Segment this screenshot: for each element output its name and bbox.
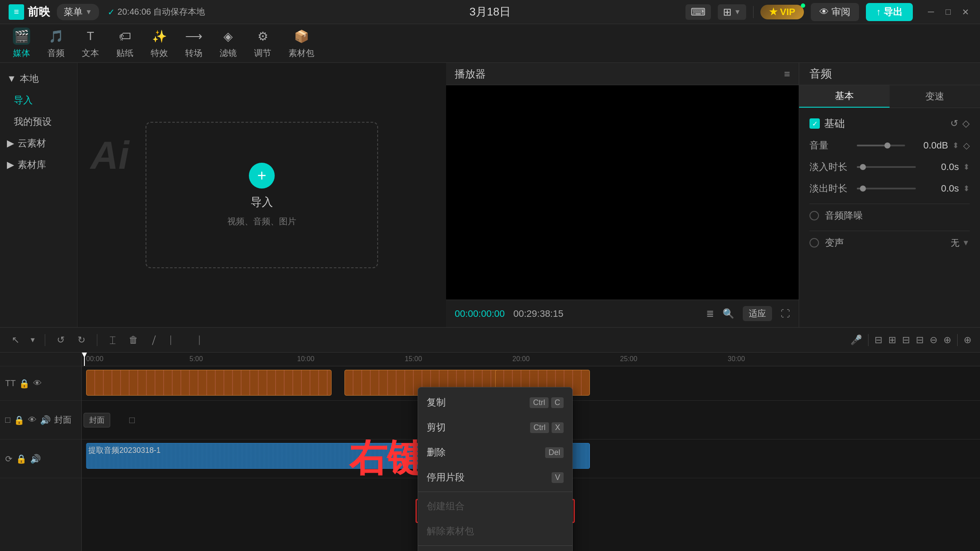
- ctx-disable[interactable]: 停用片段 V: [418, 465, 572, 490]
- mark-out-button[interactable]: ⎹: [189, 334, 202, 346]
- sidebar-cloud[interactable]: ▶ 云素材: [0, 133, 77, 154]
- eye-icon-cover[interactable]: 👁: [28, 415, 37, 425]
- import-label: 导入: [14, 94, 33, 107]
- import-dropzone[interactable]: + 导入 视频、音频、图片: [146, 122, 378, 268]
- track-area: TT 🔒 👁 □ 🔒 👁 🔊 封面 ⟳ 🔒 🔊: [0, 353, 980, 551]
- split2-button[interactable]: ⧸: [147, 334, 161, 346]
- select-caret-icon[interactable]: ▼: [29, 336, 36, 344]
- media-icon: 🎬: [13, 28, 30, 45]
- toolbar-package[interactable]: 📦 素材包: [288, 28, 314, 59]
- cover-clip-icon: □: [129, 415, 135, 426]
- ctx-copy[interactable]: 复制 Ctrl C: [418, 390, 572, 415]
- toolbar-media[interactable]: 🎬 媒体: [13, 28, 30, 59]
- toolbar-adjust[interactable]: ⚙ 调节: [254, 28, 271, 59]
- zoom-icon[interactable]: 🔍: [723, 308, 734, 319]
- denoise-toggle[interactable]: [809, 211, 819, 220]
- track-icon[interactable]: ⊞: [888, 334, 896, 346]
- audio-vol-icon[interactable]: 🔊: [30, 454, 41, 464]
- sidebar-import[interactable]: 导入: [0, 90, 77, 111]
- export-button[interactable]: ↑ 导出: [866, 3, 913, 21]
- layout-button[interactable]: ⌨: [685, 4, 711, 20]
- ctx-delete[interactable]: 删除 Del: [418, 440, 572, 465]
- lock-icon-audio[interactable]: 🔒: [16, 454, 27, 464]
- lock-icon-tt[interactable]: 🔒: [19, 378, 30, 389]
- add-track-icon[interactable]: ⊕: [964, 334, 971, 346]
- tab-basic[interactable]: 基本: [799, 85, 890, 108]
- maximize-button[interactable]: □: [942, 6, 954, 18]
- vip-badge[interactable]: ★ VIP: [760, 5, 804, 19]
- diamond-button[interactable]: ◇: [962, 118, 970, 129]
- volume-stepper[interactable]: ⬍: [952, 141, 959, 150]
- sync-icon[interactable]: ⟳: [5, 454, 12, 464]
- audio-icon-cover[interactable]: 🔊: [40, 415, 51, 425]
- fit-button[interactable]: 适应: [743, 306, 772, 321]
- app-container: ≡ 前映 菜单 ▼ ✓ 20:46:06 自动保存本地 3月18日 ⌨ ⊞ ▼ …: [0, 0, 980, 551]
- reset-button[interactable]: ↺: [950, 118, 958, 129]
- toolbar-transition[interactable]: ⟶ 转场: [185, 28, 202, 59]
- sidebar-presets[interactable]: 我的预设: [0, 111, 77, 133]
- denoise-row: 音频降噪: [809, 209, 970, 222]
- left-sidebar: ▼ 本地 导入 我的预设 ▶ 云素材 ▶ 素材库: [0, 63, 78, 327]
- fadeout-stepper[interactable]: ⬍: [963, 184, 970, 193]
- voicechange-label: 变声: [825, 236, 844, 249]
- zoom-in-icon[interactable]: ⊕: [943, 334, 951, 346]
- voicechange-selector[interactable]: 无 ▼: [951, 237, 970, 249]
- lock-icon-cover[interactable]: 🔒: [14, 415, 25, 425]
- volume-label: 音量: [809, 139, 853, 152]
- redo-button[interactable]: ↻: [74, 334, 88, 346]
- review-button[interactable]: 👁 审阅: [811, 3, 859, 21]
- video-clip-1[interactable]: [86, 370, 332, 396]
- voicechange-toggle[interactable]: [809, 238, 819, 248]
- player-screen[interactable]: [446, 85, 799, 300]
- volume-slider[interactable]: [857, 145, 905, 146]
- tab-speed[interactable]: 变速: [890, 85, 980, 108]
- sidebar-local-section[interactable]: ▼ 本地: [0, 68, 77, 90]
- fadein-slider[interactable]: [857, 166, 916, 168]
- time-current: 00:00:00:00: [455, 308, 505, 319]
- mic-icon[interactable]: 🎤: [850, 334, 862, 346]
- ruler-icon[interactable]: ≣: [706, 308, 714, 319]
- divider: [753, 6, 754, 18]
- right-panel: 音频 基本 变速 ✓ 基础 ↺ ◇ 音量: [799, 63, 980, 327]
- toolbar-effects[interactable]: ✨ 特效: [151, 28, 168, 59]
- select-tool[interactable]: ↖: [9, 334, 22, 346]
- toolbar-filter[interactable]: ◈ 滤镜: [220, 28, 237, 59]
- fadeout-slider[interactable]: [857, 188, 916, 189]
- undo-button[interactable]: ↺: [54, 334, 68, 346]
- playhead[interactable]: [84, 353, 85, 366]
- presets-label: 我的预设: [14, 115, 52, 128]
- link-icon[interactable]: ⊟: [902, 334, 910, 346]
- volume-diamond[interactable]: ◇: [963, 140, 970, 151]
- toolbar-sticker[interactable]: 🏷 贴纸: [116, 28, 133, 59]
- fadein-stepper[interactable]: ⬍: [963, 162, 970, 172]
- sidebar-library[interactable]: ▶ 素材库: [0, 154, 77, 176]
- eye-icon-tt[interactable]: 👁: [33, 378, 42, 388]
- zoom-out-icon[interactable]: ⊖: [930, 334, 937, 346]
- review-icon: 👁: [819, 6, 829, 18]
- ctx-cut[interactable]: 剪切 Ctrl X: [418, 415, 572, 440]
- menu-button[interactable]: 菜单 ▼: [57, 4, 99, 20]
- mark-in-button[interactable]: ⎸: [168, 334, 182, 346]
- minimize-button[interactable]: ─: [925, 6, 937, 18]
- fullscreen-icon[interactable]: ⛶: [781, 308, 790, 319]
- timeline-area: ↖ ▼ ↺ ↻ ⌶ 🗑 ⧸ ⎸ ⎹ 🎤 ⊟ ⊞ ⊟ ⊟ ⊖ ⊕ ⊕: [0, 327, 980, 551]
- ctx-time-range[interactable]: 时间区域 ▶: [418, 548, 572, 551]
- align-icon[interactable]: ⊟: [916, 334, 924, 346]
- vip-dot: [801, 3, 805, 8]
- delete-button[interactable]: 🗑: [127, 334, 140, 346]
- ctx-create-group: 创建组合: [418, 494, 572, 519]
- check-icon: ✓: [108, 7, 115, 17]
- basic-checkbox[interactable]: ✓: [809, 118, 820, 129]
- grid-button[interactable]: ⊞ ▼: [718, 4, 746, 20]
- fadeout-row: 淡出时长 0.0s ⬍: [809, 182, 970, 195]
- close-button[interactable]: ✕: [959, 6, 971, 18]
- copy-ctrl-key: Ctrl: [530, 397, 549, 408]
- toolbar-audio[interactable]: 🎵 音频: [47, 28, 65, 59]
- autosave-status: ✓ 20:46:06 自动保存本地: [108, 6, 205, 18]
- toolbar-text[interactable]: T 文本: [82, 28, 99, 59]
- split-button[interactable]: ⌶: [106, 334, 120, 346]
- player-menu-icon[interactable]: ≡: [784, 68, 790, 80]
- magnet-icon[interactable]: ⊟: [875, 334, 882, 346]
- package-label: 素材包: [288, 47, 314, 59]
- logo-icon: ≡: [9, 4, 24, 20]
